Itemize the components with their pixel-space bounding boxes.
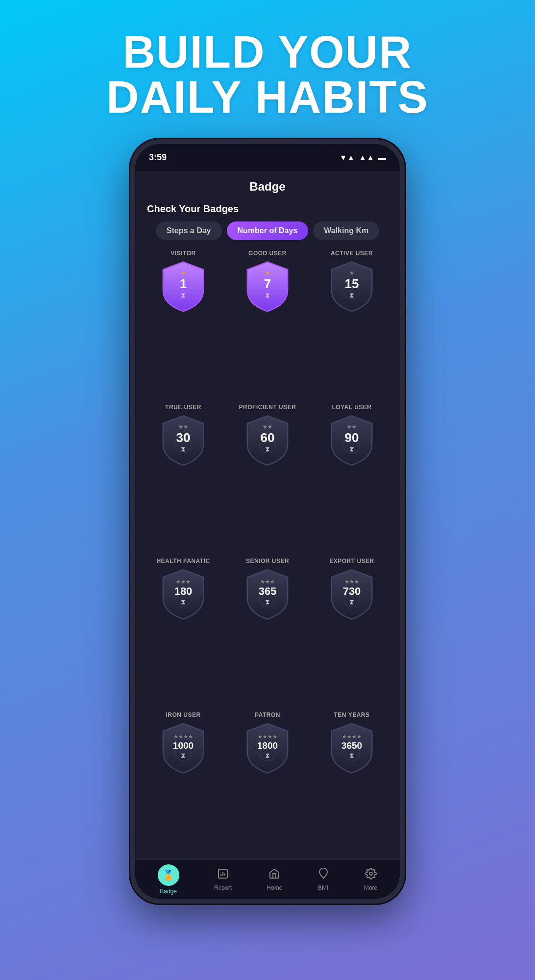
badge-shield: ★★ 30 ⧗ <box>156 414 210 467</box>
screen-title: Badge <box>249 180 285 193</box>
badge-shield: ★ 1 ⧗ <box>156 260 210 314</box>
badge-cell: PROFICIENT USER ★★ 60 ⧗ <box>228 404 307 552</box>
badge-label: HEALTH FANATIC <box>156 558 210 564</box>
badge-label: TRUE USER <box>165 404 201 411</box>
badge-label: TEN YEARS <box>334 711 370 718</box>
svg-point-14 <box>369 872 372 875</box>
badge-cell: EXPORT USER ★★★ 730 ⧗ <box>313 558 391 706</box>
badge-cell: ACTIVE USER ★ 15 ⧗ <box>313 250 391 398</box>
status-bar: 3:59 ▼▲ ▲▲ ▬ <box>135 144 400 171</box>
badge-cell: IRON USER ★★★★ 1000 ⧗ <box>144 711 222 859</box>
badge-shield: ★★ 60 ⧗ <box>241 414 294 467</box>
home-icon <box>268 868 280 882</box>
badge-cell: TRUE USER ★★ 30 ⧗ <box>144 404 222 552</box>
nav-label-badge: Badge <box>160 888 177 895</box>
bottom-nav: 🏅 Badge Report Home <box>135 859 400 899</box>
badge-cell: GOOD USER ★ 7 ⧗ <box>228 250 307 398</box>
badge-cell: VISITOR ★ 1 ⧗ <box>144 250 222 398</box>
badge-label: GOOD USER <box>248 250 287 257</box>
nav-label-report: Report <box>214 884 232 891</box>
nav-label-home: Home <box>267 884 282 891</box>
battery-icon: ▬ <box>378 153 386 162</box>
badge-shield: ★★★ 730 ⧗ <box>325 567 379 621</box>
screen-header: Badge <box>135 171 400 198</box>
badge-label: LOYAL USER <box>332 404 371 411</box>
more-icon <box>365 868 377 882</box>
bmi-icon <box>317 868 329 882</box>
badge-shield: ★★★ 180 ⧗ <box>156 567 210 621</box>
tab-number-of-days[interactable]: Number of Days <box>227 221 309 240</box>
status-time: 3:59 <box>149 152 167 163</box>
tab-steps-a-day[interactable]: Steps a Day <box>156 221 222 240</box>
nav-report[interactable]: Report <box>214 868 232 891</box>
badge-shield: ★★★★ 1800 ⧗ <box>241 721 294 775</box>
badge-label: IRON USER <box>166 711 200 718</box>
status-icons: ▼▲ ▲▲ ▬ <box>340 153 386 162</box>
badge-label: ACTIVE USER <box>331 250 373 257</box>
signal-icon: ▲▲ <box>359 153 374 162</box>
badge-cell: LOYAL USER ★★ 90 ⧗ <box>313 404 391 552</box>
badge-shield: ★★★★ 3650 ⧗ <box>325 721 379 775</box>
phone-shell: 3:59 ▼▲ ▲▲ ▬ Badge Check Your Badges Ste… <box>130 139 405 904</box>
wifi-icon: ▼▲ <box>340 153 355 162</box>
badge-shield: ★ 7 ⧗ <box>241 260 294 314</box>
filter-tabs: Steps a Day Number of Days Walking Km <box>135 221 400 250</box>
section-title: Check Your Badges <box>135 198 400 221</box>
badge-label: EXPORT USER <box>329 558 374 564</box>
hero-title: BUILD YOUR DAILY HABITS <box>106 29 429 120</box>
tab-walking-km[interactable]: Walking Km <box>313 221 379 240</box>
badge-cell: HEALTH FANATIC ★★★ 180 ⧗ <box>144 558 222 706</box>
badge-label: VISITOR <box>170 250 195 257</box>
badge-cell: PATRON ★★★★ 1800 ⧗ <box>228 711 307 859</box>
badge-shield: ★★★★ 1000 ⧗ <box>156 721 210 775</box>
nav-more[interactable]: More <box>364 868 377 891</box>
badge-label: PATRON <box>255 711 280 718</box>
badge-label: SENIOR USER <box>246 558 289 564</box>
badge-grid: VISITOR ★ 1 ⧗ GOOD USER <box>135 250 400 859</box>
badge-nav-icon: 🏅 <box>162 869 174 881</box>
report-icon <box>217 868 229 882</box>
screen: Badge Check Your Badges Steps a Day Numb… <box>135 171 400 859</box>
badge-shield: ★★★ 365 ⧗ <box>241 567 294 621</box>
nav-bmi[interactable]: BMI <box>317 868 329 891</box>
nav-badge[interactable]: 🏅 Badge <box>158 864 179 895</box>
badge-shield: ★★ 90 ⧗ <box>325 414 379 467</box>
badge-label: PROFICIENT USER <box>239 404 296 411</box>
badge-shield: ★ 15 ⧗ <box>325 260 379 314</box>
nav-home[interactable]: Home <box>267 868 282 891</box>
badge-cell: SENIOR USER ★★★ 365 ⧗ <box>228 558 307 706</box>
badge-cell: TEN YEARS ★★★★ 3650 ⧗ <box>313 711 391 859</box>
nav-label-bmi: BMI <box>318 884 328 891</box>
nav-label-more: More <box>364 884 377 891</box>
